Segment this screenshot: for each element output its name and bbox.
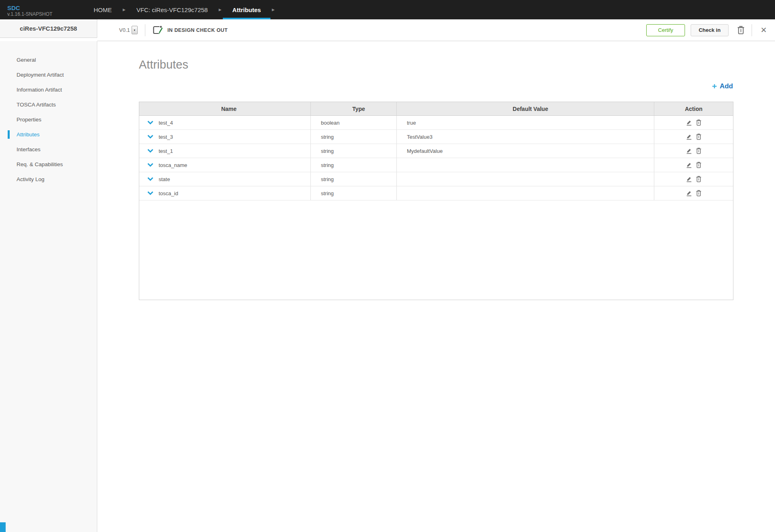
- attribute-actions-cell: [654, 116, 733, 129]
- app-logo: SDC v.1.16.1-SNAPSHOT: [0, 0, 83, 19]
- close-button[interactable]: ✕: [760, 26, 767, 34]
- breadcrumb-item[interactable]: VFC: ciRes-VFC129c7258: [136, 0, 208, 19]
- attribute-type: string: [311, 186, 397, 200]
- attribute-name: test_1: [159, 148, 173, 154]
- table-header-row: Name Type Default Value Action: [139, 102, 733, 116]
- plus-icon: +: [712, 82, 717, 90]
- breadcrumb-separator-icon: ▶: [123, 8, 126, 12]
- delete-attribute-button[interactable]: [696, 176, 702, 182]
- lifecycle-state-label: IN DESIGN CHECK OUT: [168, 27, 228, 33]
- edit-attribute-button[interactable]: [686, 162, 692, 168]
- breadcrumb-item[interactable]: Attributes: [232, 0, 261, 19]
- table-body: test_4 boolean true: [139, 116, 733, 200]
- edit-attribute-button[interactable]: [686, 176, 692, 182]
- chevron-down-icon: [147, 121, 153, 125]
- trash-icon: [737, 26, 745, 34]
- attribute-actions-cell: [654, 158, 733, 172]
- sidebar-item-req-capabilities[interactable]: Req. & Capabilities: [0, 157, 97, 172]
- attribute-name: test_4: [159, 120, 173, 126]
- version-dropdown-spinner[interactable]: ▾: [132, 26, 138, 34]
- workspace-header: ciRes-VFC129c7258 V0.1 ▾ IN DESIGN CHECK…: [0, 19, 775, 41]
- column-header-type: Type: [311, 102, 397, 115]
- delete-attribute-button[interactable]: [696, 162, 702, 168]
- attribute-name-cell: test_1: [139, 144, 311, 158]
- attributes-table: Name Type Default Value Action test_4 bo…: [139, 102, 733, 300]
- lifecycle-state: IN DESIGN CHECK OUT: [153, 25, 228, 35]
- delete-version-button[interactable]: [737, 26, 745, 34]
- delete-attribute-button[interactable]: [696, 119, 702, 126]
- top-bar: SDC v.1.16.1-SNAPSHOT HOME▶VFC: ciRes-VF…: [0, 0, 775, 19]
- edit-attribute-button[interactable]: [686, 148, 692, 154]
- sidebar-item-tosca-artifacts[interactable]: TOSCA Artifacts: [0, 97, 97, 112]
- breadcrumb-item[interactable]: HOME: [94, 0, 112, 19]
- sidebar-item-properties[interactable]: Properties: [0, 112, 97, 127]
- sidebar-item-interfaces[interactable]: Interfaces: [0, 142, 97, 157]
- edit-attribute-button[interactable]: [686, 119, 692, 126]
- attribute-default-value: [397, 158, 654, 172]
- add-attribute-button[interactable]: + Add: [712, 82, 733, 90]
- main-content: Attributes + Add Name Type Default Value…: [97, 41, 775, 532]
- sidebar-item-attributes[interactable]: Attributes: [0, 127, 97, 142]
- attribute-actions-cell: [654, 144, 733, 158]
- edit-attribute-button[interactable]: [686, 134, 692, 140]
- expand-row-toggle[interactable]: [147, 191, 153, 195]
- expand-row-toggle[interactable]: [147, 121, 153, 125]
- sidebar-item-activity-log[interactable]: Activity Log: [0, 172, 97, 187]
- sidebar-item-information-artifact[interactable]: Information Artifact: [0, 82, 97, 97]
- attribute-type: string: [311, 144, 397, 158]
- breadcrumb-separator-icon: ▶: [272, 8, 274, 12]
- expand-row-toggle[interactable]: [147, 177, 153, 181]
- checkout-icon: [153, 25, 163, 35]
- delete-attribute-button[interactable]: [696, 190, 702, 196]
- pencil-icon: [686, 190, 692, 196]
- trash-icon: [696, 162, 702, 168]
- attribute-type: string: [311, 130, 397, 144]
- chevron-down-icon: [147, 191, 153, 195]
- certify-button[interactable]: Certify: [646, 24, 685, 36]
- trash-icon: [696, 190, 702, 196]
- attribute-name-cell: tosca_name: [139, 158, 311, 172]
- attribute-name-cell: test_4: [139, 116, 311, 129]
- table-row: tosca_name string: [139, 158, 733, 172]
- header-divider: [752, 24, 752, 36]
- sidebar-item-general[interactable]: General: [0, 52, 97, 67]
- delete-attribute-button[interactable]: [696, 148, 702, 154]
- pencil-icon: [686, 162, 692, 168]
- attribute-default-value: [397, 186, 654, 200]
- attribute-type: boolean: [311, 116, 397, 129]
- attribute-type: string: [311, 158, 397, 172]
- chevron-down-icon: ▾: [134, 29, 135, 32]
- chevron-down-icon: [147, 177, 153, 181]
- entity-name: ciRes-VFC129c7258: [0, 19, 97, 38]
- check-in-button[interactable]: Check in: [691, 24, 729, 36]
- breadcrumb: HOME▶VFC: ciRes-VFC129c7258▶Attributes▶: [83, 0, 274, 19]
- breadcrumb-separator-icon: ▶: [219, 8, 222, 12]
- attribute-type: string: [311, 172, 397, 186]
- attribute-default-value: [397, 172, 654, 186]
- header-divider: [145, 24, 145, 36]
- delete-attribute-button[interactable]: [696, 134, 702, 140]
- attribute-name: tosca_id: [159, 190, 178, 196]
- expand-row-toggle[interactable]: [147, 135, 153, 139]
- sidebar: GeneralDeployment ArtifactInformation Ar…: [0, 41, 97, 532]
- attribute-name-cell: tosca_id: [139, 186, 311, 200]
- version-selector[interactable]: V0.1 ▾: [119, 26, 138, 34]
- trash-icon: [696, 134, 702, 140]
- table-row: test_1 string MydefaultValue: [139, 144, 733, 158]
- attribute-name: test_3: [159, 134, 173, 140]
- table-empty-area: [139, 200, 733, 300]
- version-label: V0.1: [119, 27, 130, 33]
- edit-attribute-button[interactable]: [686, 190, 692, 196]
- app-version: v.1.16.1-SNAPSHOT: [7, 11, 83, 17]
- trash-icon: [696, 148, 702, 154]
- sidebar-item-deployment-artifact[interactable]: Deployment Artifact: [0, 67, 97, 82]
- trash-icon: [696, 176, 702, 182]
- trash-icon: [696, 119, 702, 126]
- attribute-default-value: MydefaultValue: [397, 144, 654, 158]
- app-logo-title: SDC: [7, 4, 83, 11]
- expand-row-toggle[interactable]: [147, 149, 153, 153]
- expand-row-toggle[interactable]: [147, 163, 153, 167]
- attribute-name: tosca_name: [159, 162, 187, 168]
- page-title: Attributes: [139, 58, 189, 71]
- pencil-icon: [686, 119, 692, 126]
